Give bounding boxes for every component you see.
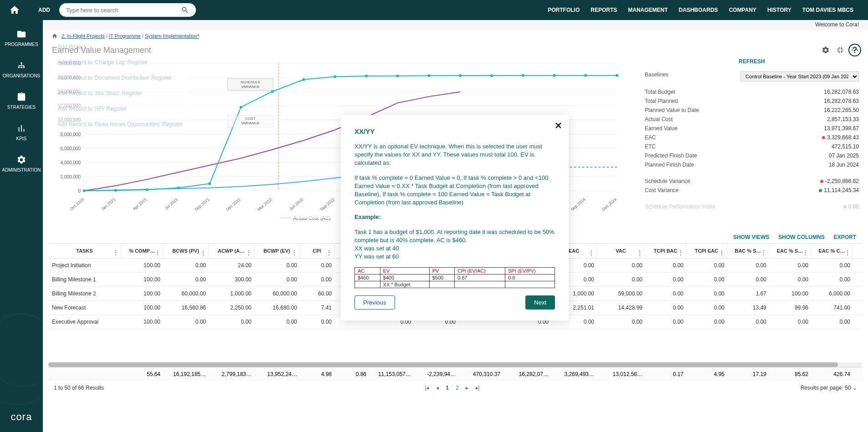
column-header[interactable]: VAC⋮ — [597, 244, 645, 258]
sidebar-item-organisations[interactable]: ORGANISATIONS — [3, 61, 41, 78]
search-box[interactable] — [59, 3, 196, 17]
export-button[interactable]: EXPORT — [834, 234, 856, 240]
svg-point-63 — [616, 74, 618, 77]
collapse-icon[interactable] — [836, 46, 844, 54]
pager: |◂ ◂ 1 2 ▸ ▸| — [104, 385, 801, 391]
sidebar-item-programmes[interactable]: PROGRAMMES — [5, 29, 38, 47]
refresh-button[interactable]: REFRESH — [645, 58, 859, 65]
svg-text:COST: COST — [245, 117, 255, 121]
baseline-select[interactable]: Control Baseline - Year Start 2023 (09 J… — [740, 71, 859, 81]
show-views-button[interactable]: SHOW VIEWS — [733, 234, 769, 240]
column-menu-icon[interactable]: ⋮ — [246, 249, 252, 256]
cell: 0.00 — [811, 273, 853, 286]
column-menu-icon[interactable]: ⋮ — [760, 249, 767, 256]
metric-value: 07 Jan 2025 — [829, 152, 859, 159]
cell: 0.00 — [597, 259, 645, 272]
cell: 300.00 — [209, 273, 254, 286]
breadcrumb-link[interactable]: 2. In-Flight Projects — [62, 33, 105, 39]
cell: 6,000.00 — [811, 287, 853, 300]
footer-cell: 470,310.37 — [458, 367, 503, 381]
nav-portfolio[interactable]: PORTFOLIO — [548, 7, 580, 13]
nav-reports[interactable]: REPORTS — [591, 7, 617, 13]
pager-page[interactable]: 2 — [456, 385, 459, 391]
column-header[interactable]: TASKS⋮ — [48, 244, 121, 258]
dropdown-item[interactable]: Add Project — [52, 39, 189, 55]
sidebar-item-kpis[interactable]: KPIS — [16, 123, 27, 141]
footer-cell: 4.95 — [686, 367, 727, 381]
metric-value: -2,250,866.82 — [820, 178, 859, 184]
horizontal-scrollbar[interactable] — [48, 362, 863, 367]
column-menu-icon[interactable]: ⋮ — [678, 249, 684, 256]
svg-point-48 — [146, 188, 149, 191]
column-menu-icon[interactable]: ⋮ — [719, 249, 725, 256]
column-header[interactable]: TCPI BAC⋮ — [645, 244, 686, 258]
column-menu-icon[interactable]: ⋮ — [588, 249, 595, 256]
pager-page[interactable]: 1 — [446, 385, 449, 391]
column-header[interactable]: BAC % S…⋮ — [727, 244, 769, 258]
add-button[interactable]: ADD — [38, 7, 50, 13]
svg-text:VARIANCE: VARIANCE — [241, 85, 259, 89]
cell: 100.00 — [121, 301, 163, 315]
nav-management[interactable]: MANAGEMENT — [628, 7, 668, 13]
pager-last-icon[interactable]: ▸| — [476, 385, 480, 391]
column-menu-icon[interactable]: ⋮ — [844, 249, 851, 256]
svg-point-58 — [459, 74, 462, 77]
results-per-page[interactable]: Results per page: 50 ⌄ — [801, 385, 857, 391]
breadcrumb-link[interactable]: IT Programme — [109, 33, 141, 39]
nav-dashboards[interactable]: DASHBOARDS — [679, 7, 718, 13]
column-header[interactable]: EAC % C…⋮ — [811, 244, 853, 258]
column-header[interactable]: BCWS (PV)⋮ — [163, 244, 209, 258]
previous-button[interactable]: Previous — [354, 295, 395, 310]
pager-next-icon[interactable]: ▸ — [466, 385, 468, 391]
dropdown-item[interactable]: Add Record to 'Risks Issues Opportunitie… — [52, 117, 189, 132]
svg-text:Jun 2022: Jun 2022 — [288, 197, 304, 211]
show-columns-button[interactable]: SHOW COLUMNS — [778, 234, 824, 240]
home-icon[interactable] — [9, 5, 20, 15]
dropdown-item[interactable]: Add Record to 'Jira Tasks' Register — [52, 86, 189, 101]
next-button[interactable]: Next — [525, 295, 555, 310]
column-header[interactable]: EAC % S…⋮ — [769, 244, 811, 258]
column-header[interactable]: CPI⋮ — [300, 244, 334, 258]
breadcrumb-link[interactable]: System Implementation* — [145, 33, 199, 39]
column-menu-icon[interactable]: ⋮ — [802, 249, 809, 256]
dropdown-item[interactable]: Add Record to 'RFI' Register — [52, 101, 189, 117]
pager-prev-icon[interactable]: ◂ — [436, 385, 439, 391]
cell: 100.00 — [121, 273, 163, 286]
metric-value: 16,282,078.63 — [824, 89, 859, 95]
metric-label: Cost Variance — [645, 187, 678, 193]
column-menu-icon[interactable]: ⋮ — [200, 249, 206, 256]
column-header[interactable]: ACWP (A…⋮ — [209, 244, 254, 258]
metric-value: 16,282,078.63 — [824, 98, 859, 104]
help-icon[interactable]: ? — [848, 44, 861, 56]
column-menu-icon[interactable]: ⋮ — [637, 249, 643, 256]
home-small-icon[interactable] — [52, 33, 57, 39]
column-menu-icon[interactable]: ⋮ — [326, 249, 332, 256]
svg-text:VARIANCE: VARIANCE — [241, 121, 259, 125]
chevron-down-icon[interactable]: ⌄ — [853, 385, 857, 391]
metric-label: Planned Value to Date — [645, 107, 699, 113]
cell: 24.00 — [209, 259, 254, 272]
close-icon[interactable]: ✕ — [555, 120, 562, 131]
cell: 0.00 — [769, 315, 811, 329]
svg-point-60 — [522, 74, 524, 77]
search-input[interactable] — [66, 7, 181, 14]
logo: cora — [11, 411, 32, 423]
nav-user[interactable]: TOM DAVIES MBCS — [802, 7, 853, 13]
dropdown-item[interactable]: Add Record to 'Document Distribution' Re… — [52, 70, 189, 86]
add-dropdown[interactable]: Add Project Add Record to 'Change Log' R… — [52, 39, 189, 132]
pager-first-icon[interactable]: |◂ — [425, 385, 429, 391]
nav-history[interactable]: HISTORY — [767, 7, 791, 13]
sidebar-item-administration[interactable]: ADMINISTRATION — [2, 155, 41, 173]
search-icon[interactable] — [181, 6, 189, 14]
column-menu-icon[interactable]: ⋮ — [154, 249, 161, 256]
sidebar-item-strategies[interactable]: STRATEGIES — [7, 92, 36, 110]
column-header[interactable]: TCPI EAC⋮ — [686, 244, 727, 258]
nav-company[interactable]: COMPANY — [729, 7, 756, 13]
column-menu-icon[interactable]: ⋮ — [113, 249, 119, 256]
footer-cell: 3,269,493… — [551, 367, 597, 381]
column-header[interactable]: BCWP (EV)⋮ — [254, 244, 300, 258]
dropdown-item[interactable]: Add Record to 'Change Log' Register — [52, 55, 189, 70]
gear-icon[interactable] — [822, 46, 830, 54]
column-header[interactable]: % COMP…⋮ — [121, 244, 163, 258]
column-menu-icon[interactable]: ⋮ — [291, 249, 298, 256]
